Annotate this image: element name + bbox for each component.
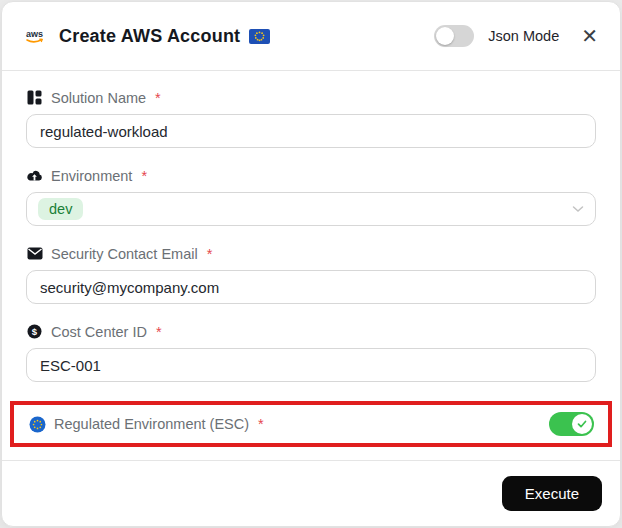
- field-cost-center: $ Cost Center ID*: [26, 323, 596, 382]
- required-marker: *: [156, 324, 162, 340]
- header-right: Json Mode ✕: [434, 25, 598, 47]
- json-mode-label: Json Mode: [488, 28, 559, 44]
- environment-label: Environment: [51, 168, 132, 184]
- solution-name-input[interactable]: [26, 114, 596, 148]
- security-email-label-row: Security Contact Email*: [26, 245, 596, 262]
- check-icon: [576, 418, 588, 430]
- layout-icon: [26, 89, 43, 106]
- solution-name-label: Solution Name: [51, 90, 146, 106]
- title-wrap: aws Create AWS Account: [24, 26, 270, 47]
- required-marker: *: [258, 416, 264, 432]
- required-marker: *: [207, 246, 213, 262]
- cost-center-label-row: $ Cost Center ID*: [26, 323, 596, 340]
- svg-text:$: $: [32, 326, 38, 337]
- toggle-knob: [572, 414, 592, 434]
- environment-select[interactable]: dev: [26, 192, 596, 226]
- eu-flag-icon: [29, 416, 46, 433]
- field-environment: Environment* dev: [26, 167, 596, 226]
- aws-logo-icon: aws: [24, 28, 50, 45]
- modal-footer: Execute: [2, 460, 620, 526]
- field-regulated-environment: Regulated Environment (ESC)*: [10, 401, 612, 447]
- page-title: Create AWS Account: [59, 26, 240, 47]
- regulated-toggle[interactable]: [549, 412, 594, 436]
- environment-value-badge: dev: [38, 198, 83, 220]
- required-marker: *: [155, 90, 161, 106]
- json-mode-toggle[interactable]: [434, 25, 474, 47]
- environment-label-row: Environment*: [26, 167, 596, 184]
- toggle-knob: [436, 27, 454, 45]
- cost-center-label: Cost Center ID: [51, 324, 147, 340]
- close-icon[interactable]: ✕: [581, 26, 598, 46]
- modal-header: aws Create AWS Account: [2, 2, 620, 71]
- field-solution-name: Solution Name*: [26, 89, 596, 148]
- cost-center-input[interactable]: [26, 348, 596, 382]
- eu-flag-icon: [249, 29, 270, 44]
- create-aws-account-modal: aws Create AWS Account: [1, 1, 621, 527]
- regulated-label: Regulated Environment (ESC): [54, 416, 249, 432]
- chevron-down-icon: [572, 205, 584, 213]
- mail-icon: [26, 245, 43, 262]
- modal-body: Solution Name* Environment* dev: [2, 71, 620, 460]
- security-email-label: Security Contact Email: [51, 246, 198, 262]
- dollar-icon: $: [26, 323, 43, 340]
- required-marker: *: [141, 168, 147, 184]
- regulated-label-row: Regulated Environment (ESC)*: [29, 416, 264, 433]
- field-security-email: Security Contact Email*: [26, 245, 596, 304]
- cloud-upload-icon: [26, 167, 43, 184]
- solution-name-label-row: Solution Name*: [26, 89, 596, 106]
- security-email-input[interactable]: [26, 270, 596, 304]
- execute-button[interactable]: Execute: [502, 476, 602, 511]
- svg-text:aws: aws: [26, 29, 43, 39]
